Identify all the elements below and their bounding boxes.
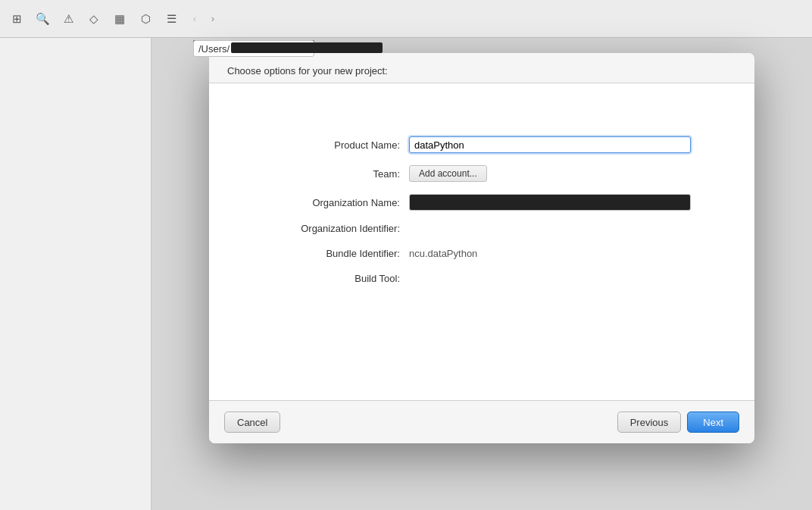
add-account-button[interactable]: Add account... <box>409 165 487 182</box>
nav-back-button[interactable]: ‹ <box>186 11 203 27</box>
nav-forward-button[interactable]: › <box>205 11 221 27</box>
new-project-dialog: Choose options for your new project: Pro… <box>209 53 754 443</box>
dialog-title: Choose options for your new project: <box>227 65 388 77</box>
product-name-input[interactable] <box>409 136 691 153</box>
org-name-label: Organization Name: <box>273 197 409 208</box>
product-name-label: Product Name: <box>273 139 409 151</box>
build-tool-input[interactable] <box>209 53 314 57</box>
bundle-id-label: Bundle Identifier: <box>273 248 409 259</box>
org-name-input[interactable] <box>409 194 691 211</box>
toolbar-icon-5[interactable]: ▦ <box>109 8 130 30</box>
main-area: Choose options for your new project: Pro… <box>151 38 812 510</box>
sidebar <box>0 38 151 510</box>
next-button[interactable]: Next <box>687 411 739 433</box>
toolbar-icon-3[interactable]: ⚠ <box>58 8 79 30</box>
cancel-button[interactable]: Cancel <box>224 411 280 433</box>
footer-right: Previous Next <box>617 411 739 433</box>
product-name-row: Product Name: <box>273 136 691 153</box>
build-tool-row: Build Tool: <box>273 273 691 284</box>
toolbar-icon-4[interactable]: ◇ <box>83 8 105 30</box>
dialog-content: Product Name: Team: Add account... Organ… <box>209 83 754 401</box>
org-id-row: Organization Identifier: <box>273 223 691 234</box>
dialog-header: Choose options for your new project: <box>209 53 754 83</box>
previous-button[interactable]: Previous <box>617 411 682 433</box>
toolbar-icon-1[interactable]: ⊞ <box>6 8 27 30</box>
build-tool-label: Build Tool: <box>273 273 409 284</box>
bundle-id-value: ncu.dataPython <box>409 246 477 261</box>
nav-controls: ‹ › <box>186 11 221 27</box>
team-row: Team: Add account... <box>273 165 691 182</box>
dialog-footer: Cancel Previous Next <box>209 401 754 443</box>
toolbar: ⊞ 🔍 ⚠ ◇ ▦ ⬡ ☰ ‹ › <box>0 0 812 38</box>
org-id-label: Organization Identifier: <box>273 223 409 234</box>
bundle-id-row: Bundle Identifier: ncu.dataPython <box>273 246 691 261</box>
toolbar-icon-6[interactable]: ⬡ <box>135 8 156 30</box>
toolbar-icon-2[interactable]: 🔍 <box>32 8 53 30</box>
org-name-row: Organization Name: <box>273 194 691 211</box>
form-container: Product Name: Team: Add account... Organ… <box>227 114 736 307</box>
team-label: Team: <box>273 168 409 180</box>
toolbar-icon-7[interactable]: ☰ <box>161 8 182 30</box>
